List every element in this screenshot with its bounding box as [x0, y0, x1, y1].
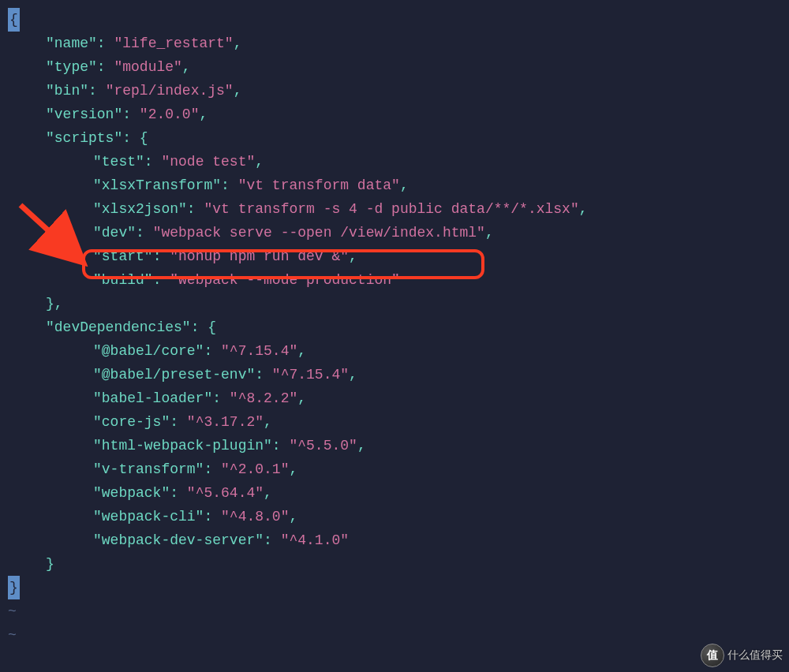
code-line: "xlsxTransform": "vt transform data", [8, 174, 789, 197]
code-line: "babel-loader": "^8.2.2", [8, 386, 789, 410]
code-line: "core-js": "^3.17.2", [8, 410, 789, 434]
code-editor[interactable]: { "name": "life_restart", "type": "modul… [8, 8, 789, 647]
code-line: } [8, 552, 789, 576]
watermark-text: 什么值得买 [727, 644, 783, 667]
code-line: "name": "life_restart", [8, 32, 789, 55]
code-line: "version": "2.0.0", [8, 103, 789, 126]
close-brace: } [8, 576, 20, 599]
code-line: "devDependencies": { [8, 315, 789, 339]
code-line: "xlsx2json": "vt transform -s 4 -d publi… [8, 197, 789, 221]
code-line: } [8, 576, 789, 599]
code-line: "@babel/core": "^7.15.4", [8, 339, 789, 363]
vim-tilde: ~ [8, 599, 789, 623]
code-line: "webpack-cli": "^4.8.0", [8, 505, 789, 528]
code-line: "build": "webpack --mode production" [8, 268, 789, 292]
code-line-highlighted: "start": "nohup npm run dev &", [8, 245, 789, 268]
watermark-badge-icon: 值 [701, 644, 724, 667]
code-line: "scripts": { [8, 126, 789, 150]
code-line: "test": "node test", [8, 150, 789, 174]
open-brace: { [8, 8, 20, 32]
code-line: "webpack": "^5.64.4", [8, 481, 789, 505]
code-line: "dev": "webpack serve --open /view/index… [8, 221, 789, 245]
code-line: "webpack-dev-server": "^4.1.0" [8, 528, 789, 552]
code-line: "v-transform": "^2.0.1", [8, 457, 789, 481]
vim-tilde: ~ [8, 623, 789, 647]
code-line: { [8, 8, 789, 32]
code-line: }, [8, 292, 789, 315]
code-line: "@babel/preset-env": "^7.15.4", [8, 363, 789, 386]
watermark: 值 什么值得买 [701, 644, 783, 667]
code-line: "type": "module", [8, 55, 789, 79]
code-line: "html-webpack-plugin": "^5.5.0", [8, 434, 789, 457]
code-line: "bin": "repl/index.js", [8, 79, 789, 103]
